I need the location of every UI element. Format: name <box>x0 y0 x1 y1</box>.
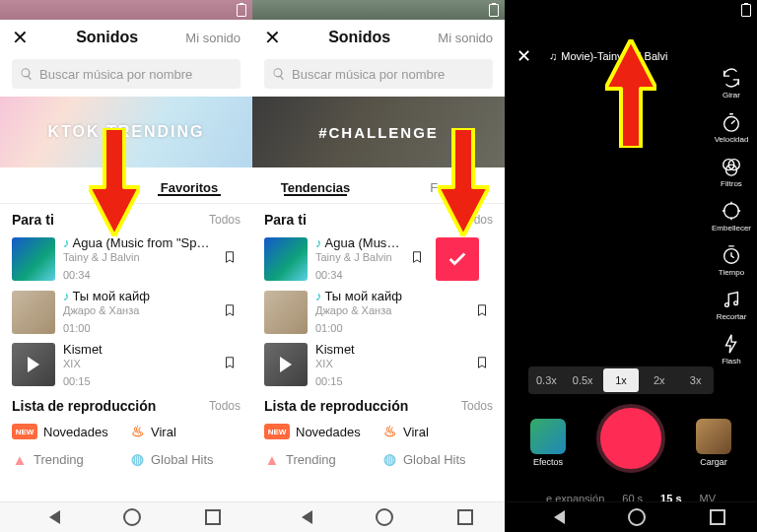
playlist-item[interactable]: NEWNovedades <box>12 424 123 439</box>
search-icon <box>20 67 34 81</box>
song-duration: 00:15 <box>63 375 215 389</box>
section-all-link[interactable]: dos <box>474 213 493 227</box>
music-note-icon: ♫ <box>549 50 557 62</box>
section-all-link[interactable]: Todos <box>461 399 493 413</box>
speed-option[interactable]: 0.3x <box>528 374 565 386</box>
tab-favoritos[interactable]: Favoritos <box>378 180 505 195</box>
nav-recent-icon[interactable] <box>205 509 221 525</box>
playlist-item[interactable]: ◍Global Hits <box>129 451 241 467</box>
bookmark-icon[interactable] <box>410 249 428 269</box>
playlist-row: ▲Trending ◍Global Hits <box>252 445 505 473</box>
svg-point-4 <box>724 204 739 219</box>
speed-option[interactable]: 3x <box>677 374 714 386</box>
song-title: Kismet <box>315 342 355 357</box>
tool-filters[interactable]: Filtros <box>721 156 742 188</box>
speed-option[interactable]: 0.5x <box>565 374 601 386</box>
song-thumb[interactable] <box>12 343 55 386</box>
song-artist: Tainy & J Balvin <box>315 251 402 265</box>
bookmark-icon[interactable] <box>223 355 241 374</box>
song-row[interactable]: ♪Agua (Musi… Tainy & J Balvin 00:34 <box>252 232 505 285</box>
song-duration: 00:15 <box>315 375 467 389</box>
android-nav <box>252 501 505 532</box>
song-artist: Джаро & Ханза <box>63 304 215 318</box>
bookmark-icon[interactable] <box>475 355 493 374</box>
song-artist: Джаро & Ханза <box>315 304 467 318</box>
selected-track[interactable]: Movie)-Tainy & J Balvi <box>561 50 667 62</box>
section-all-link[interactable]: Todos <box>209 399 241 413</box>
song-row[interactable]: ♪Agua (Music from "Sp… Tainy & J Balvin … <box>0 232 252 285</box>
song-row[interactable]: Kismet XIX 00:15 <box>0 338 252 391</box>
speed-selector[interactable]: 0.3x 0.5x 1x 2x 3x <box>528 366 714 394</box>
nav-home-icon[interactable] <box>123 508 141 526</box>
song-title: Ты мой кайф <box>73 289 151 303</box>
song-duration: 01:00 <box>315 322 467 336</box>
search-input[interactable]: Buscar música por nombre <box>12 59 241 89</box>
close-icon[interactable]: ✕ <box>264 26 281 49</box>
song-row[interactable]: Kismet XIX 00:15 <box>252 338 505 391</box>
tab-favoritos[interactable]: Favoritos <box>126 180 252 195</box>
nav-home-icon[interactable] <box>376 508 393 526</box>
section-playlist: Lista de reproducción Todos <box>0 390 252 418</box>
search-placeholder: Buscar música por nombre <box>39 67 192 82</box>
banner-trending[interactable]: KTOK TRENDING <box>0 97 252 167</box>
nav-recent-icon[interactable] <box>710 509 725 525</box>
new-badge-icon: NEW <box>12 424 37 439</box>
confirm-sound-button[interactable] <box>436 237 479 281</box>
song-duration: 00:34 <box>63 269 215 283</box>
tab-tendencias[interactable]: Tendencias <box>252 180 378 195</box>
tool-speed[interactable]: Velocidad <box>715 111 749 144</box>
fire-icon: ♨ <box>129 424 145 439</box>
tool-beauty[interactable]: Embellecer <box>712 200 751 233</box>
playlist-item[interactable]: ◍Global Hits <box>381 451 493 467</box>
playlist-item[interactable]: ▲Trending <box>264 451 376 467</box>
speed-option-active[interactable]: 1x <box>603 368 640 392</box>
svg-point-0 <box>724 117 739 132</box>
sounds-header: ✕ Sonidos Mi sonido <box>0 20 252 55</box>
tool-timer[interactable]: Tiempo <box>719 244 744 277</box>
bookmark-icon[interactable] <box>223 249 241 269</box>
song-thumb[interactable] <box>264 237 308 281</box>
playlist-item[interactable]: ▲Trending <box>12 451 123 467</box>
tool-flash[interactable]: Flash <box>721 333 742 366</box>
playlist-item[interactable]: NEWNovedades <box>264 424 376 439</box>
close-icon[interactable]: ✕ <box>12 26 29 49</box>
nav-back-icon[interactable] <box>284 510 312 524</box>
bookmark-icon[interactable] <box>223 302 241 322</box>
svg-point-7 <box>734 301 738 305</box>
song-title: Agua (Music from "Sp… <box>73 235 210 250</box>
panel-sounds-1: 08:42 ⁴ᴳ ✕ Sonidos Mi sonido Buscar músi… <box>0 0 252 532</box>
speed-option[interactable]: 2x <box>641 374 677 386</box>
my-sound-link[interactable]: Mi sonido <box>438 31 493 45</box>
tool-flip[interactable]: Girar <box>721 67 742 100</box>
upload-button[interactable]: Cargar <box>694 419 733 467</box>
search-input[interactable]: Buscar música por nombre <box>264 59 493 89</box>
section-title: Lista de reproducción <box>12 398 156 414</box>
song-thumb[interactable] <box>264 291 308 334</box>
bookmark-icon[interactable] <box>475 302 493 322</box>
song-row[interactable]: ♪Ты мой кайф Джаро & Ханза 01:00 <box>0 285 252 338</box>
banner-challenge[interactable]: #CHALLENGE <box>252 97 505 167</box>
section-all-link[interactable]: Todos <box>209 213 241 227</box>
song-title: Kismet <box>63 342 103 357</box>
record-button[interactable] <box>596 404 665 473</box>
song-thumb[interactable] <box>264 343 308 386</box>
song-row[interactable]: ♪Ты мой кайф Джаро & Ханза 01:00 <box>252 285 505 338</box>
my-sound-link[interactable]: Mi sonido <box>185 31 241 45</box>
song-artist: XIX <box>315 358 467 371</box>
song-title: Agua (Musi… <box>325 235 403 250</box>
nav-recent-icon[interactable] <box>457 509 473 525</box>
music-note-icon: ♪ <box>63 289 70 303</box>
close-icon[interactable]: ✕ <box>516 45 531 67</box>
song-thumb[interactable] <box>12 237 55 281</box>
playlist-item[interactable]: ♨Viral <box>381 424 493 439</box>
nav-back-icon[interactable] <box>536 510 565 524</box>
nav-home-icon[interactable] <box>628 508 646 526</box>
playlist-item[interactable]: ♨Viral <box>129 424 241 439</box>
nav-back-icon[interactable] <box>32 510 60 524</box>
song-thumb[interactable] <box>12 291 55 334</box>
svg-point-6 <box>725 303 729 307</box>
tool-trim[interactable]: Recortar <box>717 289 747 321</box>
effects-button[interactable]: Efectos <box>528 419 568 467</box>
playlist-row: NEWNovedades ♨Viral <box>0 418 252 445</box>
song-title: Ты мой кайф <box>325 289 403 303</box>
